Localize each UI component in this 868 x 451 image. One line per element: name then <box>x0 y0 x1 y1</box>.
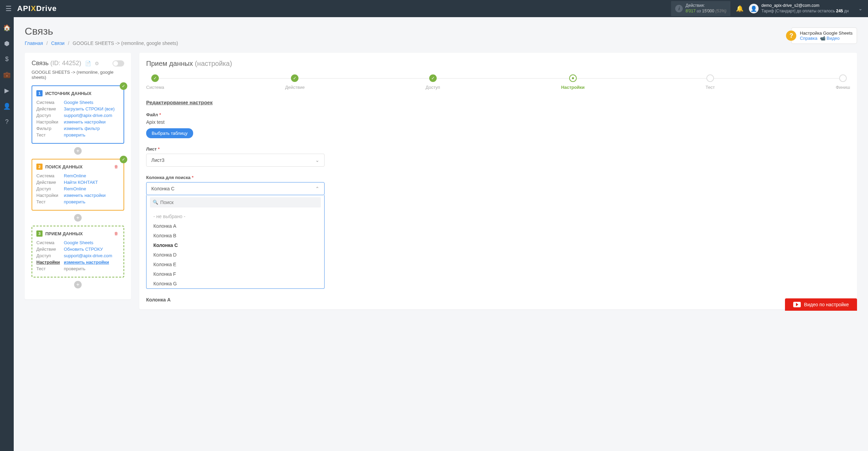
help-title: Настройка Google Sheets <box>800 31 853 36</box>
row-label: Доступ <box>36 253 64 258</box>
actions-pct: (53%) <box>715 9 726 13</box>
step-действие[interactable]: ✓Действие <box>285 74 305 90</box>
row-value[interactable]: Обновить СТРОКУ <box>64 247 103 252</box>
row-value[interactable]: проверить <box>64 199 85 204</box>
row-value[interactable]: изменить настройки <box>64 193 106 198</box>
row-label: Система <box>36 240 64 245</box>
row-label: Фильтр <box>36 126 64 131</box>
step-доступ[interactable]: ✓Доступ <box>426 74 440 90</box>
row-value[interactable]: Загрузить СТРОКИ (все) <box>64 106 115 111</box>
step-circle: ✓ <box>151 74 159 82</box>
row-label: Тест <box>36 199 64 204</box>
billing-icon[interactable]: $ <box>5 56 9 63</box>
step-тест[interactable]: Тест <box>706 74 715 90</box>
block-title: ПОИСК ДАННЫХ <box>45 164 83 169</box>
add-block-button[interactable]: + <box>74 147 82 155</box>
connection-desc: GOOGLE SHEETS -> (remonline, google shee… <box>32 70 124 80</box>
trash-icon[interactable]: 🗑 <box>113 163 120 170</box>
step-label: Тест <box>706 85 715 90</box>
search-column-select[interactable]: Колонка C ⌃ <box>146 182 325 195</box>
row-value[interactable]: RemOnline <box>64 173 86 178</box>
sheet-select[interactable]: Лист3 ⌄ <box>146 154 325 167</box>
row-label: Действие <box>36 180 64 185</box>
row-value[interactable]: support@apix-drive.com <box>64 253 112 258</box>
dropdown-option[interactable]: Колонка A <box>146 221 324 231</box>
logo-pre: API <box>17 4 31 13</box>
connection-toggle[interactable] <box>113 60 124 67</box>
block-title: ПРИЕМ ДАННЫХ <box>45 231 83 236</box>
search-column-dropdown: 🔍 - не выбрано -Колонка AКолонка BКолонк… <box>146 195 325 289</box>
row-value[interactable]: изменить фильтр <box>64 126 100 131</box>
step-circle <box>706 74 714 82</box>
block-card-1: ✓1ИСТОЧНИК ДАННЫХСистемаGoogle SheetsДей… <box>32 85 124 144</box>
video-tutorial-button[interactable]: Видео по настройке <box>785 298 857 311</box>
connection-summary-panel: Связь (ID: 44252) 📄 ⚙ GOOGLE SHEETS -> (… <box>25 53 131 299</box>
row-value[interactable]: Google Sheets <box>64 240 93 245</box>
row-value[interactable]: Найти КОНТАКТ <box>64 180 98 185</box>
copy-icon[interactable]: 📄 <box>85 61 91 66</box>
dropdown-search-input[interactable] <box>150 197 321 207</box>
chevron-down-icon: ⌄ <box>858 6 863 11</box>
dropdown-option[interactable]: Колонка E <box>146 260 324 269</box>
block-num: 1 <box>36 90 43 96</box>
step-circle <box>839 74 847 82</box>
step-финиш[interactable]: Финиш <box>836 74 850 90</box>
chevron-down-icon: ⌄ <box>315 157 319 163</box>
choose-table-button[interactable]: Выбрать таблицу <box>146 128 193 138</box>
trash-icon[interactable]: 🗑 <box>113 230 120 237</box>
connections-icon[interactable]: ⬢ <box>4 40 10 47</box>
help-link-docs[interactable]: Справка <box>800 36 817 41</box>
dropdown-option[interactable]: Колонка C <box>146 240 324 250</box>
user-menu[interactable]: 👤 demo_apix-drive_s2@com.com Тариф |Стан… <box>749 3 863 14</box>
app-header: ☰ APIXDrive i Действия: 8'017 из 15'000 … <box>0 0 868 17</box>
row-label: Настройки <box>36 193 64 198</box>
dropdown-option-none[interactable]: - не выбрано - <box>146 212 324 221</box>
user-icon[interactable]: 👤 <box>3 103 11 110</box>
add-block-button[interactable]: + <box>74 214 82 222</box>
row-value[interactable]: support@apix-drive.com <box>64 113 112 118</box>
briefcase-icon[interactable]: 💼 <box>3 71 11 79</box>
row-label: Тест <box>36 266 64 271</box>
row-value[interactable]: изменить настройки <box>64 119 106 124</box>
dropdown-option[interactable]: Колонка F <box>146 269 324 279</box>
sheet-label: Лист <box>146 146 157 152</box>
step-circle <box>569 74 577 82</box>
dropdown-option[interactable]: Колонка D <box>146 250 324 260</box>
info-icon: i <box>675 5 683 12</box>
check-icon: ✓ <box>120 82 127 90</box>
row-value[interactable]: RemOnline <box>64 186 86 191</box>
actions-current: 8'017 <box>685 9 695 13</box>
help-icon[interactable]: ? <box>5 118 9 126</box>
step-label: Действие <box>285 85 305 90</box>
dropdown-option[interactable]: Колонка G <box>146 279 324 288</box>
breadcrumb-home[interactable]: Главная <box>25 40 43 46</box>
settings-title: Прием данных <box>146 60 193 67</box>
gear-icon[interactable]: ⚙ <box>95 61 99 66</box>
step-система[interactable]: ✓Система <box>146 74 164 90</box>
help-link-video[interactable]: Видео <box>826 36 840 41</box>
step-настройки[interactable]: Настройки <box>561 74 585 90</box>
row-label: Доступ <box>36 186 64 191</box>
row-value[interactable]: проверить <box>64 266 85 271</box>
row-label: Система <box>36 100 64 105</box>
logo-x: X <box>31 4 36 13</box>
help-badge: ? Настройка Google Sheets Справка 📹 Виде… <box>791 27 857 44</box>
row-value[interactable]: изменить настройки <box>64 260 109 265</box>
breadcrumb-links[interactable]: Связи <box>51 40 64 46</box>
add-block-button[interactable]: + <box>74 281 82 288</box>
block-num: 3 <box>36 230 43 237</box>
actions-counter[interactable]: i Действия: 8'017 из 15'000 (53%) <box>671 1 730 16</box>
logo[interactable]: APIXDrive <box>17 4 57 13</box>
row-value[interactable]: проверить <box>64 132 85 138</box>
bell-icon[interactable]: 🔔 <box>736 5 743 12</box>
block-card-3: 🗑3ПРИЕМ ДАННЫХСистемаGoogle SheetsДейств… <box>32 226 124 277</box>
actions-label: Действия: <box>685 3 726 9</box>
home-icon[interactable]: 🏠 <box>3 24 11 32</box>
hamburger-icon[interactable]: ☰ <box>5 4 12 13</box>
youtube-icon[interactable]: ▶ <box>4 87 9 94</box>
dropdown-option[interactable]: Колонка B <box>146 231 324 240</box>
row-value[interactable]: Google Sheets <box>64 100 93 105</box>
logo-post: Drive <box>36 4 57 13</box>
column-a-label: Колонка А <box>146 297 850 302</box>
actions-total: 15'000 <box>702 9 714 13</box>
